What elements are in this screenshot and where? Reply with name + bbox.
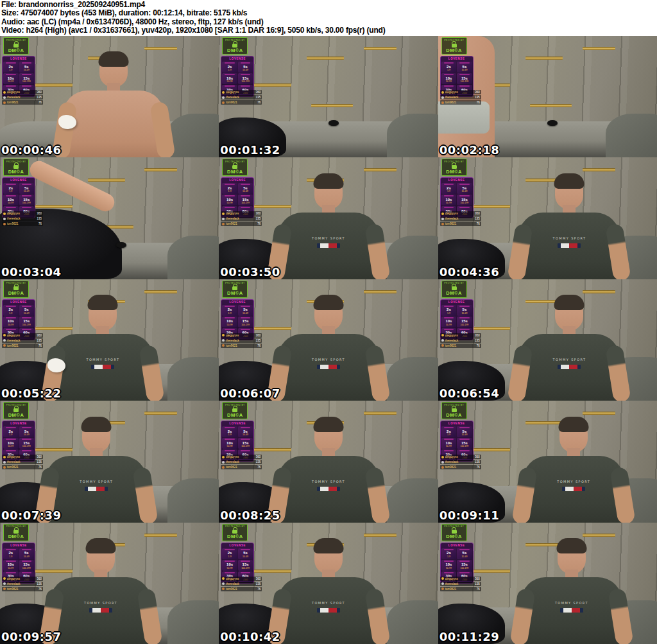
leaderboard-row: tom962176 <box>2 344 43 348</box>
dmca-badge: PROTECTED BY DM©A <box>222 37 248 55</box>
tip-menu-header: LOVENSE <box>3 300 34 304</box>
shirt-logo-text: TOMMY SPORT <box>312 480 345 483</box>
person: TOMMY SPORT <box>513 294 626 401</box>
timestamp-label: 00:07:39 <box>1 509 62 522</box>
torso: TOMMY SPORT <box>518 334 620 401</box>
dmca-brand-text: DM©A <box>8 48 24 53</box>
medal-icon <box>222 218 225 220</box>
tip-menu-tile: 5s10-49 <box>457 183 472 194</box>
medal-icon <box>3 223 6 225</box>
gold-accent-strip <box>583 534 615 537</box>
leaderboard-row: oleguyyss360 <box>2 211 43 216</box>
dmca-badge: PROTECTED BY DM©A <box>222 159 248 176</box>
medal-icon <box>222 582 225 585</box>
leaderboard-row: tom962176 <box>221 100 262 105</box>
shirt-logo-text: TOMMY SPORT <box>555 601 588 605</box>
leaderboard: oleguyyss360thereslack135tom962176 <box>2 455 43 470</box>
computer-mouse <box>328 120 339 126</box>
cushion <box>387 114 438 157</box>
tip-menu-tile: 2s1-9 <box>3 183 19 194</box>
hair <box>81 417 112 432</box>
video-thumbnail: TOMMY SPORT PROTECTED BY DM©A LOVENSE 2s… <box>219 401 438 522</box>
tip-menu-header: LOVENSE <box>3 544 34 548</box>
timestamp-label: 00:00:46 <box>1 143 62 157</box>
leaderboard-row: thereslack135 <box>2 216 43 221</box>
medal-icon <box>3 101 6 104</box>
tip-menu-tile: 15s100-199 <box>457 73 472 84</box>
tip-menu-tile: 10s50-99 <box>3 438 19 449</box>
padlock-icon <box>452 530 457 534</box>
tip-menu-tile: 2s1-9 <box>3 426 19 437</box>
person: TOMMY SPORT <box>272 416 385 523</box>
timestamp-label: 00:09:57 <box>1 630 62 643</box>
flag-logo-icon <box>85 487 108 491</box>
tip-menu-tile: 15s100-199 <box>457 438 472 449</box>
timestamp-label: 00:06:07 <box>220 387 280 400</box>
tip-menu-header: LOVENSE <box>222 178 253 182</box>
tissue <box>58 115 76 129</box>
tip-menu-header: LOVENSE <box>441 422 472 426</box>
gold-accent-strip <box>364 412 397 415</box>
timestamp-label: 00:10:42 <box>220 630 280 643</box>
tip-menu-tile: 15s100-199 <box>19 195 35 205</box>
video-thumbnail: TOMMY SPORT PROTECTED BY DM©A LOVENSE 2s… <box>0 401 219 522</box>
medal-icon <box>222 587 225 590</box>
leaderboard-row: thereslack135 <box>440 582 481 586</box>
dmca-badge: PROTECTED BY DM©A <box>222 281 248 298</box>
timestamp-label: 00:02:18 <box>439 143 500 157</box>
dmca-brand-text: DM©A <box>227 534 243 539</box>
medal-icon <box>222 577 225 580</box>
leaderboard-row: thereslack135 <box>2 95 43 100</box>
hair <box>99 51 129 67</box>
timestamp-label: 00:03:50 <box>220 265 280 279</box>
flag-logo-icon <box>317 608 340 613</box>
person: TOMMY SPORT <box>44 537 157 644</box>
padlock-icon <box>13 530 19 534</box>
tip-menu-tile: 15s100-199 <box>19 438 35 449</box>
video-info-line: Video: h264 (High) (avc1 / 0x31637661), … <box>1 26 656 35</box>
file-info-line: File: brandonnorriss_202509240951.mp4 <box>1 1 656 9</box>
flag-logo-icon <box>317 487 340 491</box>
tip-menu-tile: 10s50-99 <box>441 195 457 205</box>
gold-accent-strip <box>254 83 291 87</box>
leaderboard-row: oleguyyss360 <box>440 333 481 338</box>
leaderboard-row: thereslack135 <box>440 216 481 221</box>
medal-icon <box>441 91 444 94</box>
medal-icon <box>222 91 225 94</box>
medal-icon <box>222 461 225 464</box>
person: TOMMY SPORT <box>46 294 159 401</box>
dmca-badge: PROTECTED BY DM©A <box>222 524 248 541</box>
leaderboard-row: thereslack135 <box>221 338 262 343</box>
tip-menu-tile: 10s50-99 <box>3 195 19 205</box>
leaderboard: oleguyyss360thereslack135tom962176 <box>440 455 481 470</box>
padlock-icon <box>13 165 19 169</box>
cushion <box>606 114 657 157</box>
leaderboard: oleguyyss360thereslack135tom962176 <box>221 577 262 592</box>
gold-accent-strip <box>144 412 177 415</box>
cushion <box>167 478 219 522</box>
padlock-icon <box>13 44 19 48</box>
tip-menu-tile: 2s1-9 <box>441 548 457 559</box>
tip-menu-tile: 10s50-99 <box>222 317 237 327</box>
video-thumbnail: TOMMY SPORT PROTECTED BY DM©A LOVENSE 2s… <box>0 157 219 279</box>
timestamp-label: 00:01:32 <box>220 143 280 157</box>
gold-accent-strip <box>473 570 510 573</box>
gold-accent-strip <box>307 57 344 60</box>
video-thumbnail: TOMMY SPORT PROTECTED BY DM©A LOVENSE 2s… <box>0 36 219 157</box>
tip-menu-tile: 10s50-99 <box>441 560 457 571</box>
shirt-logo: TOMMY SPORT <box>557 474 590 491</box>
tip-menu-tile: 5s10-49 <box>238 62 253 73</box>
padlock-icon <box>232 165 237 169</box>
medal-icon <box>3 582 6 585</box>
medal-icon <box>3 213 6 215</box>
gold-accent-strip <box>144 534 177 537</box>
flag-logo-icon <box>558 365 581 369</box>
video-thumbnail: TOMMY SPORT PROTECTED BY DM©A LOVENSE 2s… <box>438 36 657 157</box>
shirt-logo-text: TOMMY SPORT <box>80 480 113 483</box>
tip-menu-tile: 5s10-49 <box>19 548 35 559</box>
tip-menu-tile: 2s1-9 <box>3 305 19 316</box>
dmca-badge: PROTECTED BY DM©A <box>3 524 29 541</box>
medal-icon <box>3 577 6 580</box>
tip-menu-tile: 2s1-9 <box>222 426 237 437</box>
medal-icon <box>441 101 444 104</box>
